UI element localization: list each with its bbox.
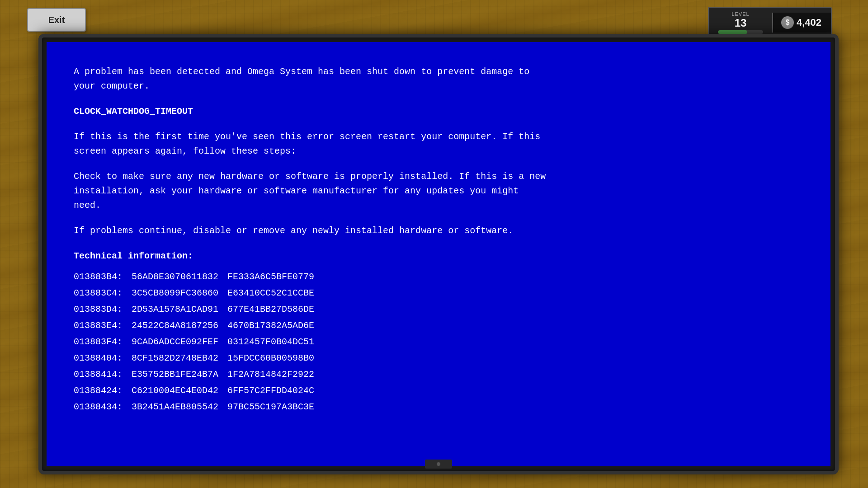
tech-val1-5: 8CF1582D2748EB42 <box>132 350 227 366</box>
tech-table-row: 01388404: 8CF1582D2748EB42 15FDCC60B0059… <box>74 350 323 366</box>
tech-val2-8: 97BC55C197A3BC3E <box>227 399 323 415</box>
tech-val1-1: 3C5CB8099FC36860 <box>132 285 227 301</box>
tech-addr-7: 01388424: <box>74 383 132 399</box>
bsod-intro-line1: A problem has been detected and Omega Sy… <box>74 66 529 77</box>
bsod-paragraph2: Check to make sure any new hardware or s… <box>74 169 803 213</box>
tech-table-row: 01388434: 3B2451A4EB805542 97BC55C197A3B… <box>74 399 323 415</box>
level-label: LEVEL <box>731 11 749 17</box>
bsod-intro-text: A problem has been detected and Omega Sy… <box>74 65 803 94</box>
tech-val1-6: E35752BB1FE24B7A <box>132 366 227 383</box>
tech-val2-3: 4670B17382A5AD6E <box>227 318 323 334</box>
tech-table-row: 01388414: E35752BB1FE24B7A 1F2A7814842F2… <box>74 366 323 383</box>
tech-addr-5: 01388404: <box>74 350 132 366</box>
bsod-paragraph3: If problems continue, disable or remove … <box>74 224 803 238</box>
level-display: LEVEL 13 <box>709 8 772 38</box>
level-progress-bar-container <box>718 30 763 34</box>
tech-val2-4: 0312457F0B04DC51 <box>227 334 323 350</box>
monitor-indicator-dot <box>437 462 440 466</box>
tech-val1-3: 24522C84A8187256 <box>132 318 227 334</box>
tech-val2-2: 677E41BB27D586DE <box>227 301 323 318</box>
tech-val1-2: 2D53A1578A1CAD91 <box>132 301 227 318</box>
tech-val2-5: 15FDCC60B00598B0 <box>227 350 323 366</box>
bsod-p1-line2: screen appears again, follow these steps… <box>74 146 296 156</box>
monitor-power-button[interactable] <box>425 460 452 469</box>
tech-addr-6: 01388414: <box>74 366 132 383</box>
tech-addr-2: 013883D4: <box>74 301 132 318</box>
bsod-tech-title: Technical information: <box>74 249 803 263</box>
bsod-p1-line1: If this is the first time you've seen th… <box>74 131 540 142</box>
level-number: 13 <box>735 18 747 28</box>
bsod-error-code: CLOCK_WATCHDOG_TIMEOUT <box>74 104 803 119</box>
monitor-frame: A problem has been detected and Omega Sy… <box>38 34 839 474</box>
tech-table-row: 013883B4: 56AD8E3070611832 FE333A6C5BFE0… <box>74 269 323 285</box>
tech-table-row: 013883C4: 3C5CB8099FC36860 E63410CC52C1C… <box>74 285 323 301</box>
tech-val1-0: 56AD8E3070611832 <box>132 269 227 285</box>
level-progress-bar-fill <box>718 30 747 34</box>
tech-addr-1: 013883C4: <box>74 285 132 301</box>
tech-val1-7: C6210004EC4E0D42 <box>132 383 227 399</box>
tech-addr-4: 013883F4: <box>74 334 132 350</box>
tech-addr-3: 013883E4: <box>74 318 132 334</box>
tech-addr-0: 013883B4: <box>74 269 132 285</box>
bsod-intro-line2: your computer. <box>74 81 150 91</box>
bsod-tech-table: 013883B4: 56AD8E3070611832 FE333A6C5BFE0… <box>74 269 323 415</box>
tech-addr-8: 01388434: <box>74 399 132 415</box>
tech-val2-1: E63410CC52C1CCBE <box>227 285 323 301</box>
money-amount: 4,402 <box>797 17 821 28</box>
dollar-icon: $ <box>781 16 794 29</box>
tech-table-row: 013883F4: 9CAD6ADCCE092FEF 0312457F0B04D… <box>74 334 323 350</box>
tech-val2-0: FE333A6C5BFE0779 <box>227 269 323 285</box>
tech-val2-7: 6FF57C2FFDD4024C <box>227 383 323 399</box>
bsod-p2-line3: need. <box>74 200 101 211</box>
tech-table-row: 013883E4: 24522C84A8187256 4670B17382A5A… <box>74 318 323 334</box>
bsod-p2-line2: installation, ask your hardware or softw… <box>74 186 519 196</box>
tech-table-row: 01388424: C6210004EC4E0D42 6FF57C2FFDD40… <box>74 383 323 399</box>
bsod-paragraph1: If this is the first time you've seen th… <box>74 130 803 159</box>
tech-val2-6: 1F2A7814842F2922 <box>227 366 323 383</box>
tech-val1-8: 3B2451A4EB805542 <box>132 399 227 415</box>
exit-button[interactable]: Exit <box>27 8 86 32</box>
money-display: $ 4,402 <box>772 13 831 33</box>
bsod-p2-line1: Check to make sure any new hardware or s… <box>74 171 546 182</box>
tech-val1-4: 9CAD6ADCCE092FEF <box>132 334 227 350</box>
tech-table-row: 013883D4: 2D53A1578A1CAD91 677E41BB27D58… <box>74 301 323 318</box>
bsod-screen: A problem has been detected and Omega Sy… <box>47 42 830 466</box>
